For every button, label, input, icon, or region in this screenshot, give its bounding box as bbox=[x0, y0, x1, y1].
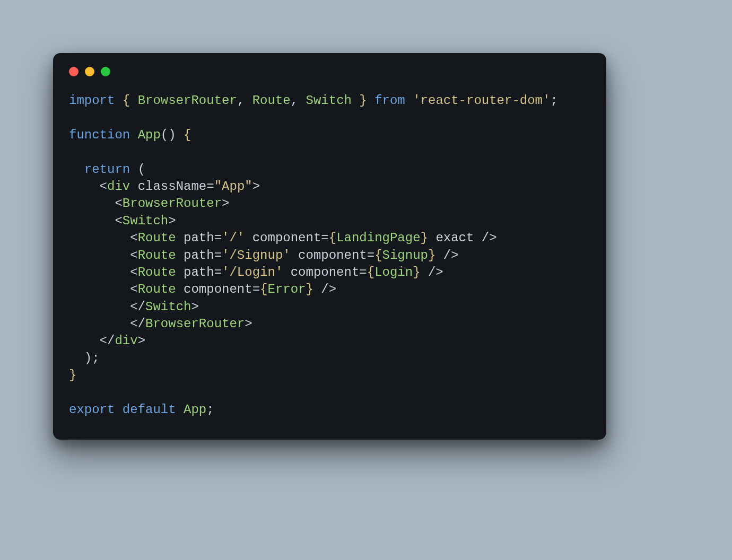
code-token: } bbox=[421, 231, 428, 245]
code-token: component bbox=[184, 282, 252, 296]
code-token bbox=[69, 334, 100, 348]
code-token: component bbox=[298, 248, 367, 262]
code-token: function bbox=[69, 128, 130, 142]
code-token: ( bbox=[130, 162, 145, 177]
code-token: div bbox=[107, 179, 130, 194]
code-token: component bbox=[252, 231, 321, 245]
code-token: > bbox=[252, 179, 260, 194]
code-token: } bbox=[359, 93, 367, 108]
code-token bbox=[352, 93, 359, 108]
code-token: BrowserRouter bbox=[123, 196, 222, 211]
code-token: '/Signup' bbox=[222, 248, 291, 262]
code-token: path bbox=[184, 231, 214, 245]
code-token bbox=[69, 231, 130, 245]
code-token: path bbox=[184, 265, 214, 279]
code-token: = bbox=[359, 265, 367, 279]
page-stage: import { BrowserRouter, Route, Switch } … bbox=[0, 0, 732, 560]
code-token: export bbox=[69, 402, 115, 417]
code-token: Route bbox=[252, 93, 291, 108]
code-token: div bbox=[115, 334, 137, 348]
code-token bbox=[115, 402, 122, 417]
code-token: = bbox=[206, 179, 214, 194]
code-token: /> bbox=[474, 231, 496, 245]
code-token: Login bbox=[374, 265, 413, 279]
code-token: component bbox=[291, 265, 360, 279]
code-token: < bbox=[115, 214, 122, 228]
code-token: Route bbox=[138, 265, 176, 279]
code-token: path bbox=[184, 248, 214, 262]
code-token bbox=[69, 196, 115, 211]
code-token bbox=[130, 93, 137, 108]
code-token: } bbox=[306, 282, 313, 296]
code-token bbox=[283, 265, 290, 279]
code-token: from bbox=[374, 93, 405, 108]
code-block: import { BrowserRouter, Route, Switch } … bbox=[69, 92, 590, 418]
code-token: < bbox=[130, 248, 137, 262]
code-token: < bbox=[115, 196, 122, 211]
code-token bbox=[130, 128, 137, 142]
code-token: () bbox=[161, 128, 176, 142]
code-token bbox=[69, 265, 130, 279]
code-token bbox=[245, 231, 252, 245]
code-token: </ bbox=[100, 334, 115, 348]
code-token: ; bbox=[206, 402, 214, 417]
code-token: className bbox=[138, 179, 207, 194]
code-token: /> bbox=[313, 282, 336, 296]
code-token: App bbox=[184, 402, 206, 417]
code-token: > bbox=[168, 214, 176, 228]
code-token: default bbox=[123, 402, 176, 417]
code-token: } bbox=[413, 265, 420, 279]
code-token: /> bbox=[421, 265, 443, 279]
code-token bbox=[176, 128, 184, 142]
code-token bbox=[176, 248, 184, 262]
code-token bbox=[176, 231, 184, 245]
code-token: { bbox=[260, 282, 267, 296]
code-token: > bbox=[245, 317, 252, 331]
code-token bbox=[69, 317, 130, 331]
code-token bbox=[69, 248, 130, 262]
code-token bbox=[69, 162, 84, 177]
code-token: Switch bbox=[145, 300, 191, 314]
code-token: Switch bbox=[306, 93, 352, 108]
code-token: = bbox=[214, 265, 222, 279]
code-token bbox=[130, 179, 137, 194]
code-window: import { BrowserRouter, Route, Switch } … bbox=[53, 53, 606, 440]
code-token bbox=[69, 282, 130, 296]
code-token: '/' bbox=[222, 231, 245, 245]
code-token: = bbox=[214, 231, 222, 245]
close-icon[interactable] bbox=[69, 67, 79, 76]
code-token: Error bbox=[267, 282, 306, 296]
code-token: Route bbox=[138, 231, 176, 245]
code-token: { bbox=[184, 128, 191, 142]
code-token bbox=[291, 248, 298, 262]
code-token: = bbox=[321, 231, 328, 245]
code-token: < bbox=[130, 282, 137, 296]
code-token: = bbox=[252, 282, 260, 296]
code-token: = bbox=[214, 248, 222, 262]
code-token: App bbox=[138, 128, 161, 142]
code-token bbox=[115, 93, 122, 108]
maximize-icon[interactable] bbox=[101, 67, 110, 76]
code-token bbox=[176, 265, 184, 279]
code-token: { bbox=[329, 231, 336, 245]
code-token: { bbox=[123, 93, 130, 108]
code-token: > bbox=[191, 300, 198, 314]
code-token bbox=[69, 179, 100, 194]
code-token: } bbox=[69, 368, 76, 382]
code-token: "App" bbox=[214, 179, 252, 194]
code-token: return bbox=[84, 162, 130, 177]
code-token: 'react-router-dom' bbox=[413, 93, 550, 108]
code-token bbox=[69, 214, 115, 228]
code-token: { bbox=[367, 265, 374, 279]
code-token: BrowserRouter bbox=[138, 93, 237, 108]
code-token bbox=[405, 93, 413, 108]
code-token: '/Login' bbox=[222, 265, 283, 279]
code-token: < bbox=[130, 265, 137, 279]
code-token: < bbox=[130, 231, 137, 245]
code-token bbox=[367, 93, 374, 108]
minimize-icon[interactable] bbox=[85, 67, 94, 76]
code-token: </ bbox=[130, 317, 145, 331]
code-token: Switch bbox=[123, 214, 168, 228]
code-token: < bbox=[100, 179, 107, 194]
code-token: LandingPage bbox=[336, 231, 420, 245]
